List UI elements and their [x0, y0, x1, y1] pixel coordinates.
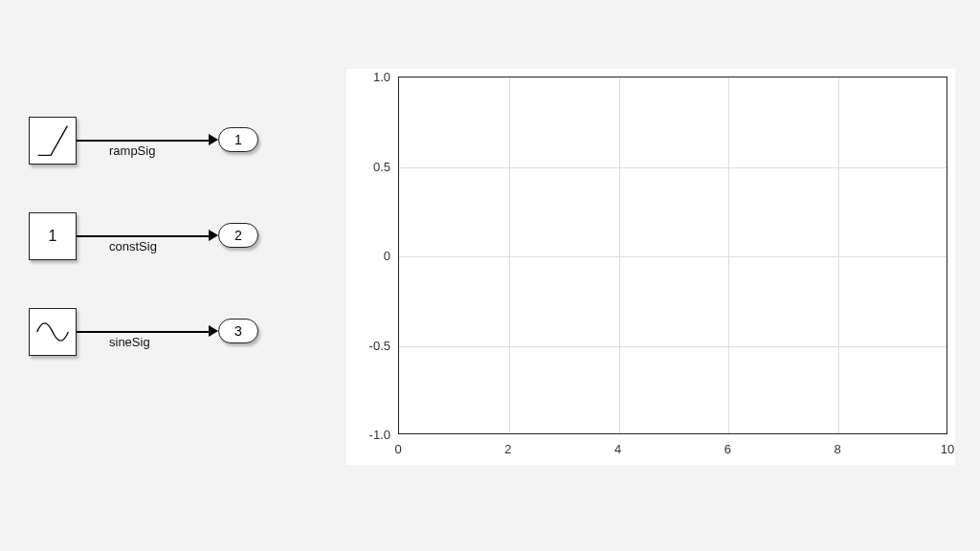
- simulink-canvas[interactable]: rampSig 1 1 constSig 2 sineSig 3 0246810…: [0, 0, 980, 551]
- ramp-source-block[interactable]: [29, 117, 77, 165]
- sine-source-block[interactable]: [29, 308, 77, 356]
- ramp-icon: [30, 118, 76, 164]
- y-tick-label: -0.5: [352, 338, 390, 352]
- wire-ramp[interactable]: [77, 140, 211, 142]
- x-tick-label: 0: [394, 442, 401, 456]
- x-tick-label: 10: [941, 442, 954, 456]
- x-tick-label: 8: [835, 442, 841, 456]
- scope-chart[interactable]: 0246810 -1.0-0.500.51.0: [346, 69, 955, 465]
- arrow-head-icon: [209, 230, 218, 241]
- x-tick-label: 6: [724, 442, 731, 456]
- signal-label-const[interactable]: constSig: [109, 239, 157, 253]
- wire-const[interactable]: [77, 235, 211, 237]
- x-tick-label: 4: [614, 442, 621, 456]
- wire-sine[interactable]: [77, 331, 211, 333]
- signal-label-sine[interactable]: sineSig: [109, 335, 150, 349]
- arrow-head-icon: [209, 325, 218, 337]
- constant-source-block[interactable]: 1: [29, 212, 77, 260]
- arrow-head-icon: [209, 134, 218, 145]
- y-tick-label: 0.5: [352, 159, 390, 173]
- x-tick-label: 2: [504, 442, 511, 456]
- sine-wave-icon: [30, 309, 76, 355]
- y-tick-label: -1.0: [352, 428, 390, 442]
- y-tick-label: 0: [352, 249, 390, 263]
- outport-2[interactable]: 2: [218, 223, 258, 248]
- signal-label-ramp[interactable]: rampSig: [109, 143, 155, 158]
- plot-area: [398, 77, 947, 434]
- outport-3[interactable]: 3: [218, 319, 258, 343]
- outport-3-number: 3: [234, 323, 242, 339]
- outport-1[interactable]: 1: [218, 127, 258, 152]
- y-tick-label: 1.0: [352, 70, 390, 84]
- outport-2-number: 2: [234, 228, 242, 243]
- constant-value-label: 1: [30, 213, 76, 259]
- outport-1-number: 1: [234, 132, 242, 147]
